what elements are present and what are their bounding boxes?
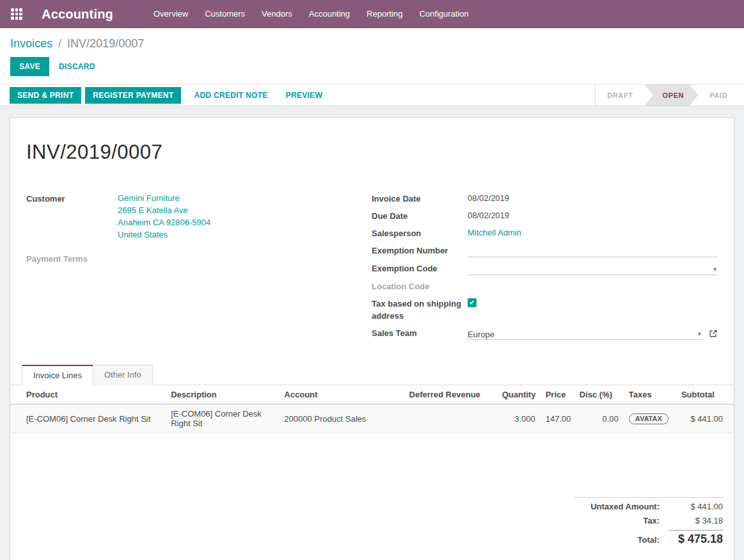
menu-item-customers[interactable]: Customers: [196, 0, 253, 28]
status-pipeline: DRAFT OPEN PAID: [595, 84, 744, 106]
statusbar-actions: SEND & PRINT REGISTER PAYMENT ADD CREDIT…: [0, 84, 331, 106]
tab-invoice-lines[interactable]: Invoice Lines: [22, 365, 93, 385]
breadcrumb-invoices-link[interactable]: Invoices: [10, 37, 52, 50]
field-groups: Customer Gemini Furniture 2695 E Katella…: [26, 192, 718, 344]
cell-taxes[interactable]: AVATAX: [624, 404, 676, 433]
control-panel: Invoices / INV/2019/0007 SAVE DISCARD: [0, 28, 744, 84]
payment-terms-label: Payment Terms: [26, 252, 118, 265]
customer-name-link[interactable]: Gemini Furniture: [118, 192, 372, 204]
exemption-number-input[interactable]: [468, 244, 718, 257]
tax-shipping-row: Tax based on shipping address ✔: [372, 297, 718, 322]
column-header-taxes[interactable]: Taxes: [624, 385, 676, 404]
sales-team-value: Europe: [468, 330, 495, 339]
totals-block: Untaxed Amount: $ 441.00 Tax: $ 34.18 To…: [574, 497, 723, 546]
main-menu: Overview Customers Vendors Accounting Re…: [145, 0, 477, 28]
invoice-date-label: Invoice Date: [372, 192, 468, 205]
cell-description[interactable]: [E-COM06] Corner Desk Right Sit: [166, 404, 279, 433]
sales-team-label: Sales Team: [372, 326, 468, 340]
cell-deferred-revenue[interactable]: [404, 404, 497, 433]
invoice-number-title: INV/2019/0007: [26, 141, 718, 164]
due-date-value[interactable]: 08/02/2019: [468, 209, 718, 222]
cell-disc[interactable]: 0.00: [574, 404, 624, 433]
column-header-disc[interactable]: Disc (%): [574, 385, 624, 404]
top-navbar: Accounting Overview Customers Vendors Ac…: [0, 0, 744, 28]
column-header-subtotal[interactable]: Subtotal: [676, 385, 734, 404]
location-code-value[interactable]: [468, 280, 718, 292]
apps-grid-icon[interactable]: [11, 8, 22, 20]
salesperson-link[interactable]: Mitchell Admin: [468, 227, 718, 239]
exemption-code-select[interactable]: ▾: [468, 262, 718, 275]
notebook: Invoice Lines Other Info Product Descrip…: [10, 365, 734, 560]
invoice-form-sheet: INV/2019/0007 Customer Gemini Furniture …: [10, 117, 734, 560]
status-open[interactable]: OPEN: [645, 84, 699, 106]
column-header-product[interactable]: Product: [10, 385, 166, 404]
untaxed-amount-row: Untaxed Amount: $ 441.00: [574, 502, 723, 511]
app-title: Accounting: [42, 7, 113, 22]
salesperson-row: Salesperson Mitchell Admin: [372, 227, 718, 239]
exemption-code-label: Exemption Code: [372, 262, 468, 275]
tax-shipping-value: ✔: [468, 297, 718, 322]
status-paid[interactable]: PAID: [698, 84, 739, 106]
save-button[interactable]: SAVE: [10, 57, 49, 76]
tax-shipping-label: Tax based on shipping address: [372, 297, 468, 322]
tab-other-info[interactable]: Other Info: [93, 365, 153, 385]
menu-item-configuration[interactable]: Configuration: [411, 0, 477, 28]
menu-item-reporting[interactable]: Reporting: [358, 0, 411, 28]
sales-team-value-wrap: Europe ▾: [468, 326, 718, 340]
control-panel-buttons: SAVE DISCARD: [10, 57, 734, 76]
breadcrumb-separator: /: [56, 37, 64, 50]
invoice-line-row[interactable]: [E-COM06] Corner Desk Right Sit [E-COM06…: [10, 404, 734, 433]
main-content: INV/2019/0007 Customer Gemini Furniture …: [0, 106, 744, 560]
chevron-down-icon[interactable]: ▾: [712, 264, 718, 275]
tax-value: $ 34.18: [669, 516, 723, 525]
send-print-button[interactable]: SEND & PRINT: [10, 87, 81, 104]
cell-account[interactable]: 200000 Product Sales: [279, 404, 404, 433]
add-credit-note-button[interactable]: ADD CREDIT NOTE: [185, 87, 276, 104]
empty-lines-area[interactable]: [10, 433, 734, 497]
tax-shipping-checkbox[interactable]: ✔: [468, 298, 477, 307]
register-payment-button[interactable]: REGISTER PAYMENT: [85, 87, 181, 104]
column-header-deferred-revenue[interactable]: Deferred Revenue: [404, 385, 497, 404]
status-draft[interactable]: DRAFT: [596, 84, 644, 106]
menu-item-vendors[interactable]: Vendors: [253, 0, 301, 28]
invoice-lines-table: Product Description Account Deferred Rev…: [10, 385, 734, 433]
customer-city-link[interactable]: Anaheim CA 92806-5904: [118, 216, 372, 228]
column-header-quantity[interactable]: Quantity: [497, 385, 541, 404]
tax-row: Tax: $ 34.18: [574, 516, 723, 525]
cell-subtotal[interactable]: $ 441.00: [676, 404, 734, 433]
column-header-description[interactable]: Description: [166, 385, 279, 404]
preview-button[interactable]: PREVIEW: [277, 87, 331, 104]
due-date-row: Due Date 08/02/2019: [372, 209, 718, 222]
cell-quantity[interactable]: 3.000: [497, 404, 541, 433]
statusbar: SEND & PRINT REGISTER PAYMENT ADD CREDIT…: [0, 84, 744, 106]
invoice-date-value[interactable]: 08/02/2019: [468, 192, 718, 205]
menu-item-accounting[interactable]: Accounting: [301, 0, 358, 28]
external-link-icon[interactable]: [709, 329, 718, 340]
total-label: Total:: [574, 535, 669, 545]
menu-item-overview[interactable]: Overview: [145, 0, 196, 28]
salesperson-label: Salesperson: [372, 227, 468, 239]
customer-country-link[interactable]: United States: [118, 228, 372, 241]
cell-price[interactable]: 147.00: [541, 404, 574, 433]
untaxed-amount-label: Untaxed Amount:: [574, 502, 669, 511]
tax-label: Tax:: [574, 516, 669, 525]
customer-street-link[interactable]: 2695 E Katella Ave: [118, 204, 372, 216]
cell-product[interactable]: [E-COM06] Corner Desk Right Sit: [10, 404, 166, 433]
location-code-label: Location Code: [372, 280, 468, 292]
sales-team-select[interactable]: Europe ▾: [468, 326, 702, 340]
location-code-row: Location Code: [372, 280, 718, 292]
column-header-account[interactable]: Account: [279, 385, 404, 404]
breadcrumb: Invoices / INV/2019/0007: [10, 36, 734, 51]
avatax-badge[interactable]: AVATAX: [629, 413, 669, 424]
chevron-down-icon[interactable]: ▾: [697, 329, 702, 339]
sales-team-row: Sales Team Europe ▾: [372, 326, 718, 340]
payment-terms-value[interactable]: [118, 252, 372, 265]
payment-terms-field-row: Payment Terms: [26, 252, 372, 265]
column-header-price[interactable]: Price: [541, 385, 574, 404]
customer-value: Gemini Furniture 2695 E Katella Ave Anah…: [118, 192, 372, 241]
untaxed-amount-value: $ 441.00: [669, 502, 723, 511]
discard-button[interactable]: DISCARD: [49, 57, 105, 76]
customer-field-row: Customer Gemini Furniture 2695 E Katella…: [26, 192, 372, 241]
due-date-label: Due Date: [372, 209, 468, 222]
exemption-code-row: Exemption Code ▾: [372, 262, 718, 275]
